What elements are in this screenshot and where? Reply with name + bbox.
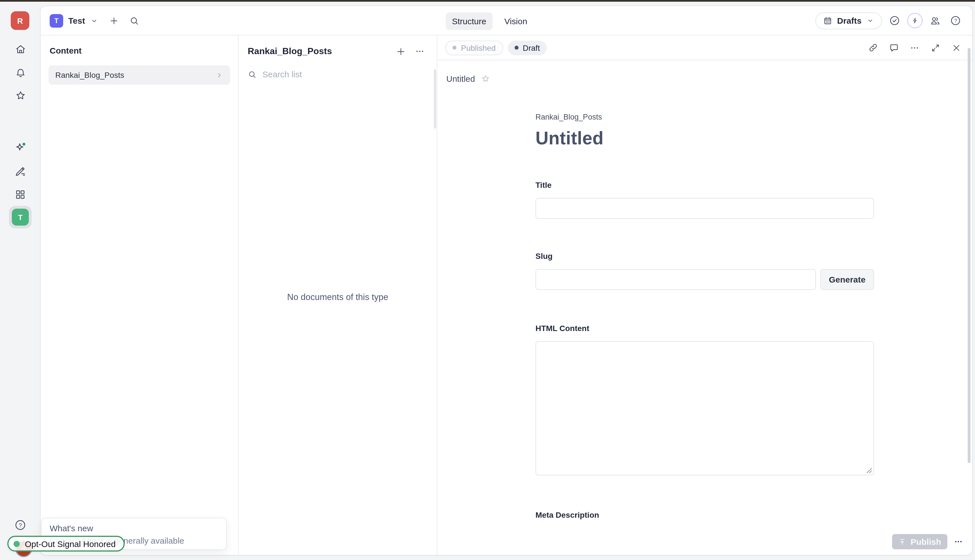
bolt-icon bbox=[911, 17, 918, 24]
resize-handle[interactable] bbox=[866, 468, 872, 474]
home-button[interactable] bbox=[10, 39, 30, 59]
tab-vision[interactable]: Vision bbox=[498, 12, 534, 30]
plus-icon bbox=[395, 46, 406, 57]
svg-text:?: ? bbox=[18, 522, 22, 528]
list-pane-title: Rankai_Blog_Posts bbox=[248, 46, 332, 57]
chevron-right-icon bbox=[215, 71, 224, 79]
org-logo[interactable]: R bbox=[11, 11, 29, 30]
favorites-button[interactable] bbox=[10, 85, 30, 105]
content-pane-title: Content bbox=[48, 42, 230, 58]
svg-text:?: ? bbox=[954, 18, 957, 24]
list-item-label: Rankai_Blog_Posts bbox=[55, 70, 124, 80]
document-title-row: Untitled bbox=[437, 60, 972, 83]
document-footer: Publish bbox=[437, 532, 972, 555]
workspace-switcher[interactable]: T Test bbox=[50, 14, 98, 27]
help-button[interactable]: ? bbox=[14, 519, 27, 531]
members-button[interactable] bbox=[927, 13, 943, 28]
publish-button[interactable]: Publish bbox=[892, 534, 947, 549]
document-pane: Published Draft bbox=[437, 35, 972, 555]
content-pane: Content Rankai_Blog_Posts bbox=[41, 35, 239, 555]
bell-icon bbox=[14, 67, 26, 79]
ellipsis-icon bbox=[953, 537, 963, 547]
users-icon bbox=[929, 15, 941, 27]
window-top-edge bbox=[0, 0, 975, 2]
workspace-avatar: T bbox=[50, 14, 63, 27]
comments-button[interactable] bbox=[886, 40, 902, 55]
document-list-pane: Rankai_Blog_Posts No documents of this bbox=[239, 35, 437, 555]
window-scrollbar-thumb[interactable] bbox=[968, 48, 970, 463]
search-list-input[interactable] bbox=[262, 69, 428, 79]
pencil-icon bbox=[14, 165, 27, 177]
field-meta-description: Meta Description bbox=[536, 510, 874, 519]
meta-description-field-label: Meta Description bbox=[536, 510, 874, 519]
empty-list-message: No documents of this type bbox=[239, 292, 437, 302]
ellipsis-icon bbox=[415, 46, 425, 57]
workspace-item-active[interactable]: T bbox=[9, 206, 32, 228]
app-root: R T T Test bbox=[0, 0, 975, 560]
field-slug: Slug Generate bbox=[536, 252, 874, 290]
new-document-button[interactable] bbox=[106, 13, 122, 28]
calendar-icon bbox=[823, 16, 832, 25]
help-circle-icon: ? bbox=[14, 519, 27, 531]
version-tab-published[interactable]: Published bbox=[445, 40, 503, 55]
document-form: Rankai_Blog_Posts Untitled Title Slug Ge… bbox=[536, 113, 874, 519]
releases-drafts-menu[interactable]: Drafts bbox=[815, 12, 882, 29]
generate-slug-button[interactable]: Generate bbox=[820, 269, 874, 290]
home-icon bbox=[14, 43, 26, 55]
api-usage-button[interactable] bbox=[907, 13, 923, 28]
list-pane-header: Rankai_Blog_Posts bbox=[239, 35, 437, 67]
expand-icon bbox=[930, 43, 941, 53]
version-tab-draft[interactable]: Draft bbox=[508, 40, 547, 55]
global-sidebar: R T bbox=[0, 2, 41, 560]
ai-assist-button[interactable] bbox=[10, 138, 30, 158]
title-field-label: Title bbox=[536, 180, 874, 190]
workspace-name: Test bbox=[68, 16, 85, 25]
sparkle-icon bbox=[13, 141, 27, 155]
html-content-field-label: HTML Content bbox=[536, 324, 874, 333]
slug-field-label: Slug bbox=[536, 252, 874, 260]
document-heading: Untitled bbox=[536, 128, 874, 149]
document-body: Untitled Rankai_Blog_Posts Untitled Titl… bbox=[437, 60, 972, 532]
global-search-button[interactable] bbox=[126, 13, 142, 28]
star-icon bbox=[14, 89, 26, 101]
tab-structure[interactable]: Structure bbox=[446, 12, 493, 30]
slug-input[interactable] bbox=[536, 269, 816, 290]
document-pane-header: Published Draft bbox=[437, 35, 972, 60]
create-document-button[interactable] bbox=[393, 43, 409, 59]
list-scrollbar-thumb[interactable] bbox=[434, 69, 436, 128]
document-type-label: Rankai_Blog_Posts bbox=[536, 113, 874, 121]
list-item-rankai-blog-posts[interactable]: Rankai_Blog_Posts bbox=[48, 65, 230, 85]
chevron-down-icon bbox=[90, 17, 98, 25]
help-menu-button[interactable]: ? bbox=[947, 13, 963, 28]
whats-new-title: What's new bbox=[50, 523, 219, 533]
document-menu-button[interactable] bbox=[907, 40, 923, 55]
compose-button[interactable] bbox=[10, 161, 30, 181]
expand-pane-button[interactable] bbox=[928, 40, 943, 55]
opt-out-signal-badge[interactable]: Opt-Out Signal Honored bbox=[7, 536, 125, 552]
list-menu-button[interactable] bbox=[412, 43, 428, 59]
link-icon bbox=[868, 42, 878, 53]
title-input[interactable] bbox=[536, 198, 874, 219]
publish-menu-button[interactable] bbox=[951, 534, 965, 549]
notifications-button[interactable] bbox=[10, 63, 30, 83]
comment-icon bbox=[888, 42, 899, 53]
help-circle-icon: ? bbox=[949, 15, 961, 27]
copy-link-button[interactable] bbox=[865, 40, 881, 55]
apps-button[interactable] bbox=[10, 184, 30, 205]
close-icon bbox=[951, 43, 962, 53]
opt-out-label: Opt-Out Signal Honored bbox=[25, 539, 116, 548]
html-content-textarea[interactable] bbox=[536, 341, 874, 475]
chevron-down-icon bbox=[866, 17, 874, 24]
close-pane-button[interactable] bbox=[948, 40, 964, 55]
draft-dot bbox=[514, 46, 518, 50]
tasks-button[interactable] bbox=[887, 13, 902, 28]
studio-window: T Test Structure Vision Drafts bbox=[41, 6, 972, 555]
bolt-ring bbox=[907, 13, 922, 28]
drafts-label: Drafts bbox=[837, 16, 861, 25]
favorite-star-icon[interactable] bbox=[481, 74, 490, 83]
opt-out-green-dot bbox=[13, 540, 20, 547]
tool-tabs: Structure Vision bbox=[446, 6, 534, 35]
workspace-badge: T bbox=[12, 209, 29, 226]
check-circle-icon bbox=[888, 15, 900, 27]
org-logo-letter: R bbox=[17, 16, 23, 25]
